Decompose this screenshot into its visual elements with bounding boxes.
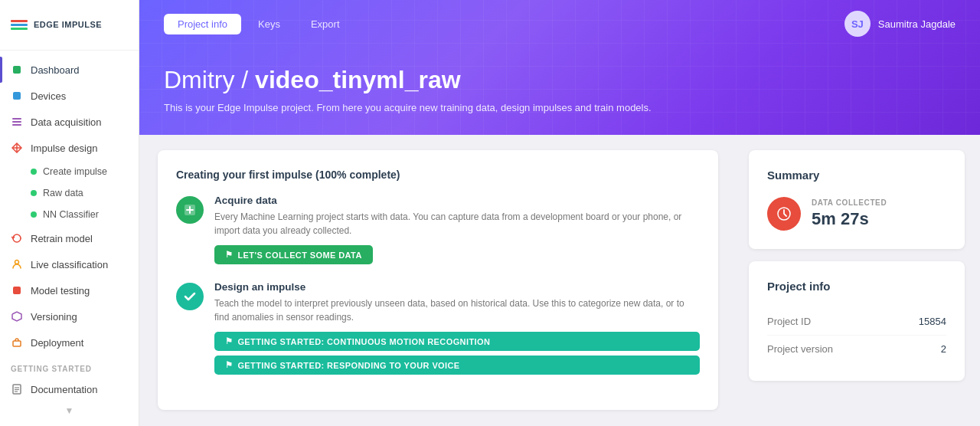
avatar: SJ	[844, 11, 871, 37]
model-testing-icon	[11, 284, 23, 297]
step-title: Acquire data	[214, 195, 700, 206]
user-info: SJ Saumitra Jagdale	[844, 11, 956, 37]
info-val: 15854	[919, 316, 946, 327]
flag-icon: ⚑	[225, 336, 233, 346]
header-tabs: Project info Keys Export	[164, 14, 354, 34]
step-acquire-data: Acquire data Every Machine Learning proj…	[176, 195, 700, 264]
logo-text: EDGE IMPULSE	[34, 20, 102, 30]
sidebar-item-dashboard[interactable]: Dashboard	[0, 57, 139, 83]
sidebar-item-label: Versioning	[31, 311, 77, 323]
info-row-project-version: Project version 2	[767, 336, 946, 362]
info-val: 2	[941, 343, 946, 355]
sidebar-item-label: Deployment	[31, 337, 83, 349]
summary-card: Summary DATA COLLECTED 5m 27s	[749, 150, 965, 249]
info-row-project-id: Project ID 15854	[767, 308, 946, 336]
documentation-icon	[11, 383, 23, 395]
devices-icon	[11, 90, 23, 102]
project-info-card: Project info Project ID 15854 Project ve…	[749, 261, 965, 381]
svg-point-2	[15, 261, 19, 264]
acquire-data-icon	[176, 196, 204, 224]
project-title: Dmitry / video_tinyml_raw	[164, 66, 956, 94]
user-name: Saumitra Jagdale	[878, 18, 956, 30]
title-separator: /	[241, 66, 255, 93]
tab-export[interactable]: Export	[297, 14, 354, 34]
voice-response-button[interactable]: ⚑ GETTING STARTED: RESPONDING TO YOUR VO…	[214, 356, 700, 375]
header-title-area: Dmitry / video_tinyml_raw This is your E…	[164, 48, 956, 135]
tab-project-info[interactable]: Project info	[164, 14, 241, 34]
data-icon	[767, 197, 801, 231]
tab-keys[interactable]: Keys	[244, 14, 294, 34]
main-panel: Creating your first impulse (100% comple…	[139, 135, 733, 426]
btn-label: GETTING STARTED: CONTINUOUS MOTION RECOG…	[237, 337, 490, 346]
flag-icon: ⚑	[225, 250, 233, 260]
sidebar-item-label: Dashboard	[31, 64, 80, 76]
logo: EDGE IMPULSE	[0, 0, 139, 51]
deployment-icon	[11, 336, 23, 349]
sidebar-item-label: Documentation	[31, 384, 97, 395]
sidebar-item-deployment[interactable]: Deployment	[0, 329, 139, 356]
sub-dot-icon	[31, 211, 37, 218]
sidebar-sub-item-raw-data[interactable]: Raw data	[0, 182, 139, 204]
info-table: Project ID 15854 Project version 2	[767, 308, 946, 362]
getting-started-btns: ⚑ GETTING STARTED: CONTINUOUS MOTION REC…	[214, 332, 700, 375]
collect-data-button[interactable]: ⚑ LET'S COLLECT SOME DATA	[214, 245, 373, 264]
design-impulse-icon	[176, 283, 204, 310]
project-owner: Dmitry	[164, 66, 234, 93]
project-subtitle: This is your Edge Impulse project. From …	[164, 102, 956, 113]
logo-icon	[11, 20, 28, 30]
data-collected-info: DATA COLLECTED 5m 27s	[812, 198, 887, 229]
btn-label: LET'S COLLECT SOME DATA	[237, 251, 361, 260]
svg-rect-3	[13, 341, 21, 346]
avatar-initials: SJ	[851, 18, 864, 30]
sidebar-sub-item-nn-classifier[interactable]: NN Classifier	[0, 204, 139, 225]
data-acquisition-icon	[11, 116, 23, 128]
sidebar-nav: Dashboard Devices Data acquisition	[0, 51, 139, 426]
sidebar-item-label: Live classification	[31, 259, 108, 270]
getting-started-label: GETTING STARTED	[0, 356, 139, 376]
btn-label: GETTING STARTED: RESPONDING TO YOUR VOIC…	[237, 361, 459, 370]
sidebar-item-retrain-model[interactable]: Retrain model	[0, 225, 139, 251]
scroll-indicator: ▼	[0, 402, 139, 419]
acquire-data-content: Acquire data Every Machine Learning proj…	[214, 195, 700, 264]
project-name: video_tinyml_raw	[255, 66, 461, 93]
live-classification-icon	[11, 258, 23, 270]
sidebar-item-label: Devices	[31, 90, 66, 102]
design-impulse-content: Design an impulse Teach the model to int…	[214, 281, 700, 375]
step-desc: Every Machine Learning project starts wi…	[214, 210, 700, 238]
project-info-title: Project info	[767, 280, 946, 293]
data-collected-value: 5m 27s	[812, 209, 887, 229]
sidebar-item-label: Model testing	[31, 285, 90, 297]
sub-item-label: NN Classifier	[43, 209, 99, 220]
impulse-design-icon	[11, 142, 23, 154]
step-desc: Teach the model to interpret previously …	[214, 297, 700, 324]
data-collected-row: DATA COLLECTED 5m 27s	[767, 197, 946, 231]
sidebar-item-devices[interactable]: Devices	[0, 83, 139, 109]
sub-dot-icon	[31, 169, 37, 175]
step-title: Design an impulse	[214, 281, 700, 293]
sidebar-item-model-testing[interactable]: Model testing	[0, 277, 139, 303]
info-key: Project version	[767, 343, 833, 355]
retrain-icon	[11, 232, 23, 244]
sidebar-item-label: Data acquisition	[31, 116, 102, 128]
main-content: Project info Keys Export SJ Saumitra Jag…	[139, 0, 980, 426]
info-key: Project ID	[767, 316, 811, 327]
motion-recognition-button[interactable]: ⚑ GETTING STARTED: CONTINUOUS MOTION REC…	[214, 332, 700, 351]
sidebar-item-documentation[interactable]: Documentation	[0, 376, 139, 402]
sidebar-item-data-acquisition[interactable]: Data acquisition	[0, 109, 139, 135]
progress-card-title: Creating your first impulse (100% comple…	[176, 169, 700, 181]
summary-title: Summary	[767, 169, 946, 182]
side-panel: Summary DATA COLLECTED 5m 27s	[733, 135, 980, 426]
sub-item-label: Raw data	[43, 188, 83, 198]
sidebar-item-versioning[interactable]: Versioning	[0, 303, 139, 329]
sidebar-item-label: Retrain model	[31, 233, 93, 244]
data-collected-label: DATA COLLECTED	[812, 198, 887, 207]
sub-item-label: Create impulse	[43, 166, 107, 177]
sidebar: EDGE IMPULSE Dashboard Devices	[0, 0, 139, 426]
dashboard-icon	[11, 64, 23, 76]
sidebar-item-live-classification[interactable]: Live classification	[0, 251, 139, 277]
impulse-sub-items: Create impulse Raw data NN Classifier	[0, 161, 139, 225]
content-area: Creating your first impulse (100% comple…	[139, 135, 980, 426]
sidebar-item-impulse-design[interactable]: Impulse design	[0, 135, 139, 161]
flag-icon: ⚑	[225, 360, 233, 370]
sidebar-sub-item-create-impulse[interactable]: Create impulse	[0, 161, 139, 182]
